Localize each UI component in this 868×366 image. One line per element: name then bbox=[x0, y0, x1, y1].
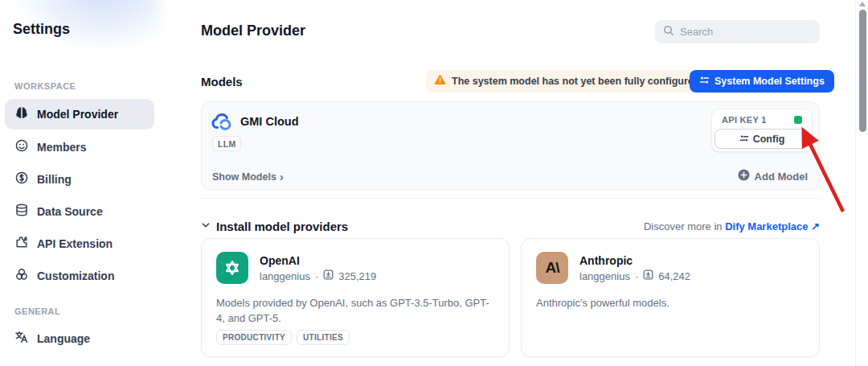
card-provider-name: Anthropic bbox=[579, 254, 633, 267]
vertical-scrollbar[interactable] bbox=[855, 0, 868, 366]
sidebar-item-api-extension[interactable]: API Extension bbox=[5, 228, 154, 259]
sidebar-item-customization[interactable]: Customization bbox=[5, 261, 154, 291]
settings-page: Settings WORKSPACE Model Provider Member… bbox=[0, 0, 868, 366]
puzzle-icon bbox=[14, 235, 29, 253]
sidebar-item-language[interactable]: Language bbox=[5, 323, 154, 354]
sidebar-item-label: Members bbox=[37, 141, 86, 154]
openai-logo-icon bbox=[216, 252, 248, 284]
sidebar-item-label: Model Provider bbox=[37, 108, 118, 121]
page-title: Model Provider bbox=[201, 23, 305, 39]
sidebar-item-label: Billing bbox=[37, 173, 72, 186]
plus-circle-icon bbox=[738, 169, 750, 184]
search-box[interactable] bbox=[655, 20, 820, 43]
card-provider-meta: langgenius · 325,219 bbox=[260, 269, 376, 282]
dollar-circle-icon bbox=[14, 171, 29, 188]
config-button[interactable]: Config bbox=[714, 129, 809, 149]
sidebar-item-model-provider[interactable]: Model Provider bbox=[5, 99, 154, 130]
show-models-label: Show Models bbox=[212, 171, 276, 183]
warning-icon bbox=[434, 74, 446, 88]
arrow-up-right-icon: ↗ bbox=[811, 220, 820, 232]
card-provider-meta: langgenius · 64,242 bbox=[579, 269, 690, 282]
dot-separator: · bbox=[635, 270, 638, 282]
card-provider-name: OpenAI bbox=[260, 254, 300, 267]
install-providers-header[interactable]: Install model providers bbox=[201, 219, 348, 233]
sliders-icon bbox=[739, 132, 749, 146]
provider-card-gmi-cloud: GMI Cloud LLM Show Models › API KEY 1 Co… bbox=[201, 101, 820, 190]
model-type-badge: LLM bbox=[212, 136, 241, 151]
sidebar-item-label: Language bbox=[37, 332, 90, 345]
api-key-panel: API KEY 1 Config bbox=[711, 109, 813, 152]
sidebar-item-label: Customization bbox=[37, 269, 114, 282]
api-key-label: API KEY 1 bbox=[722, 115, 767, 125]
install-count-icon bbox=[323, 269, 334, 282]
publisher: langgenius bbox=[260, 270, 310, 282]
card-description: Anthropic's powerful models. bbox=[536, 295, 805, 310]
search-input[interactable] bbox=[680, 26, 809, 38]
publisher: langgenius bbox=[579, 270, 630, 282]
anthropic-logo-icon: A\ bbox=[536, 252, 568, 284]
translate-icon bbox=[14, 330, 29, 347]
sliders-icon bbox=[699, 75, 710, 88]
scroll-up-arrow-icon[interactable] bbox=[859, 2, 866, 6]
link-label: Dify Marketplace bbox=[725, 220, 808, 232]
scrollbar-thumb[interactable] bbox=[859, 10, 866, 132]
sidebar-item-billing[interactable]: Billing bbox=[5, 164, 154, 195]
sidebar-title: Settings bbox=[13, 21, 70, 38]
config-label: Config bbox=[753, 134, 785, 145]
install-count: 325,219 bbox=[338, 270, 376, 282]
install-card-anthropic[interactable]: A\ Anthropic langgenius · 64,242 Anthrop… bbox=[521, 238, 820, 357]
status-dot-active bbox=[794, 116, 802, 124]
system-model-settings-button[interactable]: System Model Settings bbox=[690, 70, 834, 93]
show-models-button[interactable]: Show Models › bbox=[212, 171, 284, 183]
card-tags: PRODUCTIVITY UTILITIES bbox=[216, 330, 350, 345]
provider-name: GMI Cloud bbox=[240, 115, 299, 128]
anthropic-glyph: A\ bbox=[546, 259, 559, 277]
discover-prefix: Discover more in bbox=[644, 220, 723, 232]
dify-marketplace-link[interactable]: Dify Marketplace ↗ bbox=[725, 220, 820, 232]
search-icon bbox=[663, 25, 674, 39]
sidebar-item-members[interactable]: Members bbox=[5, 132, 154, 162]
gmi-cloud-logo-icon bbox=[211, 113, 233, 134]
warning-text: The system model has not yet been fully … bbox=[452, 76, 699, 87]
install-count: 64,242 bbox=[658, 270, 690, 282]
sidebar: Settings WORKSPACE Model Provider Member… bbox=[0, 0, 169, 366]
tag-badge: PRODUCTIVITY bbox=[216, 330, 292, 345]
sidebar-item-data-source[interactable]: Data Source bbox=[5, 196, 154, 227]
brain-icon bbox=[14, 105, 29, 123]
dot-separator: · bbox=[315, 270, 318, 282]
api-key-row: API KEY 1 bbox=[712, 109, 812, 130]
chevron-down-icon bbox=[201, 219, 211, 233]
face-icon bbox=[14, 138, 29, 156]
section-divider bbox=[201, 198, 820, 199]
tag-badge: UTILITIES bbox=[297, 330, 350, 345]
system-model-warning-banner: The system model has not yet been fully … bbox=[426, 70, 709, 93]
chevron-right-icon: › bbox=[280, 172, 284, 182]
database-icon bbox=[14, 203, 29, 220]
sidebar-item-label: Data Source bbox=[37, 205, 103, 218]
models-heading: Models bbox=[201, 75, 243, 88]
install-count-icon bbox=[643, 269, 653, 282]
discover-more: Discover more in Dify Marketplace ↗ bbox=[644, 220, 820, 232]
sidebar-section-workspace: WORKSPACE bbox=[14, 81, 76, 91]
install-providers-title: Install model providers bbox=[216, 220, 348, 233]
venn-circles-icon bbox=[14, 267, 29, 285]
add-model-label: Add Model bbox=[755, 171, 808, 183]
add-model-button[interactable]: Add Model bbox=[738, 169, 808, 184]
sidebar-section-general: GENERAL bbox=[14, 306, 60, 316]
button-label: System Model Settings bbox=[714, 76, 825, 87]
install-card-openai[interactable]: OpenAI langgenius · 325,219 Models provi… bbox=[201, 238, 510, 357]
card-description: Models provided by OpenAI, such as GPT-3… bbox=[216, 295, 494, 326]
sidebar-item-label: API Extension bbox=[37, 237, 113, 250]
